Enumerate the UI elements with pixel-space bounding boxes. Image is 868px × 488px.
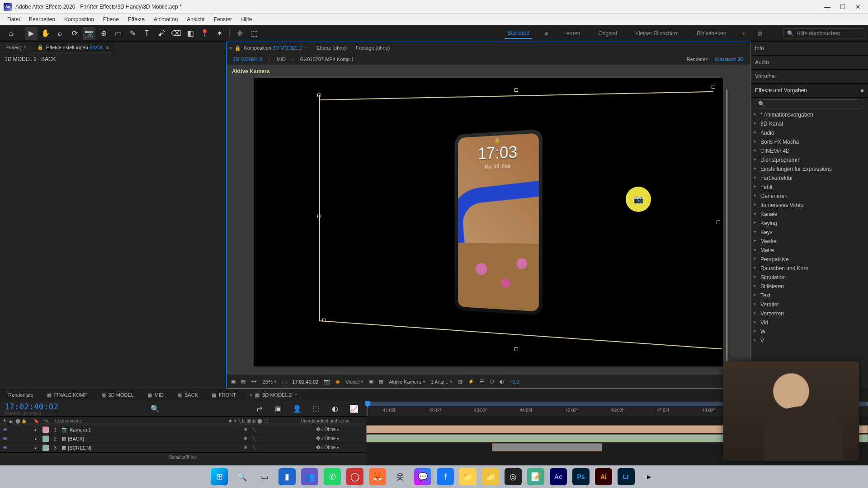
panel-info[interactable]: Info [750,42,868,56]
effects-category[interactable]: Dienstprogramm [750,155,868,164]
axis-mode-icon[interactable]: ✛ [233,27,246,40]
menu-ansicht[interactable]: Ansicht [182,14,209,24]
firefox-icon[interactable]: 🦊 [369,468,386,485]
menu-bearbeiten[interactable]: Bearbeiten [24,14,60,24]
ebene-tab[interactable]: Ebene (ohne) [316,45,347,51]
after-effects-icon[interactable]: Ae [550,468,567,485]
glasses-icon[interactable]: 👓 [251,379,257,385]
effects-category[interactable]: Vid [750,318,868,327]
red-app-icon[interactable]: ◯ [346,468,363,485]
search-icon[interactable]: 🔍 [151,404,160,413]
roto-tool-icon[interactable]: 📍 [198,27,211,40]
menu-fenster[interactable]: Fenster [209,14,237,24]
draft3d-icon[interactable]: ▣ [272,402,284,415]
comp-mini-flowchart-icon[interactable]: ⇄ [253,402,265,415]
facebook-icon[interactable]: f [437,468,454,485]
channel-icon[interactable]: ◉ [335,379,340,385]
snapshot-icon[interactable]: 📷 [324,379,330,385]
effects-category[interactable]: Einstellungen für Expressions [750,164,868,174]
playhead[interactable] [368,401,368,416]
minimize-button[interactable]: — [824,3,831,10]
lightroom-icon[interactable]: Lr [618,468,635,485]
resolution-dropdown[interactable]: Viertel [345,379,363,385]
obs-icon[interactable]: ◎ [505,468,522,485]
workspace-lernen[interactable]: Lernen [561,28,583,38]
pen-tool-icon[interactable]: ✎ [126,27,139,40]
folder-icon[interactable]: 📁 [459,468,476,485]
workspace-overflow-icon[interactable]: » [741,30,745,37]
tab-mid[interactable]: ▩MID [143,390,168,400]
zoom-dropdown[interactable]: 25% [263,379,277,385]
camera-tool-icon[interactable]: 📷 [83,27,95,40]
illustrator-icon[interactable]: Ai [595,468,612,485]
tab-3dmodel2[interactable]: ×▩3D MODEL 2≡ [245,390,302,400]
tab-effekteinstellungen[interactable]: 🔒 Effekteinstellungen BACK ≡ [32,42,114,52]
menu-effekte[interactable]: Effekte [123,14,149,24]
camera-dropdown[interactable]: Aktive Kamera [389,379,425,385]
eraser-tool-icon[interactable]: ◧ [184,27,197,40]
effects-category[interactable]: CINEMA 4D [750,146,868,155]
selection-tool-icon[interactable]: ▶ [25,27,38,40]
workspace-bibliotheken[interactable]: Bibliotheken [694,28,729,38]
panel-menu-icon[interactable]: ≡ [294,392,297,398]
graph-icon[interactable]: 📈 [348,402,360,415]
grid-icon[interactable]: ▦ [379,379,383,385]
brush-tool-icon[interactable]: 🖌 [155,27,168,40]
whatsapp-icon[interactable]: ✆ [324,468,341,485]
shy-icon[interactable]: 👤 [291,402,303,415]
taskbar-search-icon[interactable]: 🔍 [233,468,250,485]
timeline-icon[interactable]: ☰ [480,379,484,385]
start-icon[interactable]: ⊞ [211,468,228,485]
maximize-button[interactable]: ☐ [839,3,846,10]
task-view-icon[interactable]: ▭ [256,468,273,485]
footage-tab[interactable]: Footage (ohne) [356,45,390,51]
photoshop-icon[interactable]: Ps [572,468,590,485]
panel-menu-icon[interactable]: ≡ [106,45,108,50]
workspace-menu-icon[interactable]: ≡ [545,30,548,37]
exposure-reset-icon[interactable]: ◐ [500,379,504,385]
more-icon[interactable]: ▸ [640,468,657,485]
crumb-3dmodel2[interactable]: 3D MODEL 2 [233,56,262,62]
notes-icon[interactable]: 📝 [527,468,544,485]
layer-row[interactable]: 👁 ▸ 1 📷Kamera 1 ✱╲ �○ Ohne ▾ [0,425,366,434]
effects-category[interactable]: Audio [750,128,868,137]
effects-category[interactable]: Boris FX Mocha [750,137,868,146]
comp-tab[interactable]: × 🔒 Komposition 3D MODEL 2 ≡ [229,45,307,51]
panel-effekte-vorgaben[interactable]: Effekte und Vorgaben ≡ [750,84,868,98]
effects-category[interactable]: Simulation [750,273,868,282]
viewer-canvas[interactable]: 🔒 17:03 Mo, 18. Feb 📷 [254,78,723,366]
menu-animation[interactable]: Animation [149,14,182,24]
layer-row[interactable]: 👁 ▸ 2 ▩[BACK] ✱╲ �○ Ohne ▾ [0,434,366,443]
tab-3dmodel[interactable]: ▩3D MODEL [97,390,138,400]
workspace-standard[interactable]: Standard [505,28,532,39]
messenger-icon[interactable]: 💬 [414,468,431,485]
tab-back[interactable]: ▩BACK [173,390,203,400]
pixel-aspect-icon[interactable]: ▥ [458,379,462,385]
menu-ebene[interactable]: Ebene [99,14,123,24]
composition-viewer[interactable]: Aktive Kamera [226,65,750,375]
zoom-tool-icon[interactable]: ⌕ [54,27,66,40]
effects-category[interactable]: V [750,336,868,345]
puppet-tool-icon[interactable]: ✦ [213,27,226,40]
home-icon[interactable]: ⌂ [5,27,17,40]
footer-timecode[interactable]: 17:02:40:02 [292,379,318,385]
effects-category[interactable]: Generieren [750,192,868,201]
close-button[interactable]: ✕ [854,3,862,10]
effects-category[interactable]: Fehlt [750,183,868,192]
effects-category[interactable]: Perspektive [750,255,868,264]
clone-tool-icon[interactable]: ⌫ [170,27,182,40]
effects-category[interactable]: Kanäle [750,210,868,219]
effects-category[interactable]: Keys [750,228,868,237]
panel-vorschau[interactable]: Vorschau [750,70,868,84]
toggle-switches-modes[interactable]: Schalter/Modi [0,452,366,461]
exposure-value[interactable]: +0,0 [509,379,519,385]
crumb-mid[interactable]: MID [277,56,286,62]
folder2-icon[interactable]: 📁 [482,468,499,485]
fast-preview-icon[interactable]: ⚡ [468,379,474,385]
effects-category[interactable]: Maske [750,237,868,246]
tab-renderliste[interactable]: Renderliste [4,390,38,399]
text-tool-icon[interactable]: T [141,27,153,40]
menu-datei[interactable]: Datei [3,14,24,24]
camera-marker-icon[interactable]: 📷 [626,187,651,212]
anchor-tool-icon[interactable]: ⊕ [97,27,110,40]
